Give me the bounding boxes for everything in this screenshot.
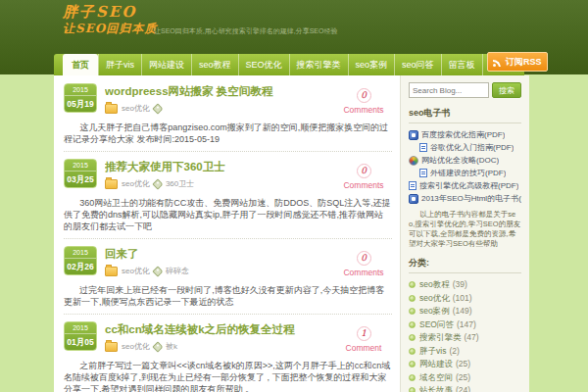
nav-item-webbuild[interactable]: 网站建设: [142, 54, 192, 75]
post: 2015 03月25 推荐大家使用下360卫士 seo优化 360卫士: [64, 159, 392, 239]
site-tagline: 让SEO回归本质,用心研究搜索引擎排名的规律,分享SEO经验: [154, 26, 337, 36]
category-item[interactable]: 站长故事 (24): [409, 384, 521, 392]
post-category-link[interactable]: seo优化: [122, 341, 150, 352]
category-item[interactable]: 域名空间 (25): [409, 371, 521, 385]
post-meta: seo优化 碎碎念: [105, 266, 335, 276]
post-title-link[interactable]: 回来了: [105, 247, 335, 262]
tag-icon: [152, 341, 163, 352]
category-label: seo教程: [419, 278, 450, 292]
category-item[interactable]: SEO问答 (147): [409, 318, 521, 332]
category-count: (25): [456, 358, 470, 371]
ebook-link: 谷歌优化入门指南(PDF): [430, 141, 514, 154]
search-widget: 搜索: [409, 82, 521, 98]
ebook-item[interactable]: 谷歌优化入门指南(PDF): [409, 141, 521, 154]
post-list: 2015 05月19 wordpreess网站搬家 换空间教程 seo优化: [54, 75, 400, 392]
document-icon: [419, 143, 427, 152]
nav-item-seo-qa[interactable]: seo问答: [395, 54, 442, 75]
bullet-icon: [409, 321, 416, 328]
comments-count: 0: [357, 88, 371, 103]
ebook-item[interactable]: 外链建设的技巧(PDF): [409, 167, 521, 179]
page: 胖子SEO 让SEO回归本质 让SEO回归本质,用心研究搜索引擎排名的规律,分享…: [0, 0, 588, 392]
category-item[interactable]: 网站建设 (25): [409, 358, 521, 371]
post-comments-link[interactable]: 0 Comments: [335, 159, 392, 190]
site-logo-line1: 胖子SEO: [63, 3, 157, 21]
categories-section-title: 分类:: [409, 257, 521, 273]
folder-icon: [105, 179, 118, 189]
post-year: 2015: [65, 160, 96, 172]
category-item[interactable]: seo优化 (101): [409, 292, 521, 306]
category-label: 域名空间: [419, 371, 453, 385]
bullet-icon: [409, 374, 416, 381]
rss-subscribe-button[interactable]: 订阅RSS: [487, 52, 548, 72]
category-count: (47): [465, 331, 479, 345]
site-logo[interactable]: 胖子SEO 让SEO回归本质: [63, 3, 157, 35]
category-item[interactable]: seo案例 (149): [409, 305, 521, 318]
category-label: seo优化: [419, 292, 450, 306]
post-title-link[interactable]: 推荐大家使用下360卫士: [105, 160, 335, 174]
category-label: seo案例: [419, 305, 450, 318]
post-meta: seo优化 被k: [105, 341, 335, 352]
nav-item-vis[interactable]: 胖子vis: [98, 54, 142, 75]
ebook-item[interactable]: 百度搜索优化指南(PDF): [409, 128, 521, 141]
post-comments-link[interactable]: 0 Comments: [335, 83, 392, 115]
post-category-link[interactable]: seo优化: [122, 103, 150, 114]
ebooks-note: 以上的电子书内容都是关于seo,搜索引擎优化的,学习SEO的朋友可以下载,全部都…: [409, 210, 521, 249]
ebook-item[interactable]: 搜索引擎优化高级教程(PDF): [409, 179, 521, 192]
nav-item-home[interactable]: 首页: [63, 54, 98, 75]
nav-item-seo-optimize[interactable]: SEO优化: [239, 54, 290, 75]
main-nav: 首页 胖子vis 网站建设 seo教程 SEO优化 搜索引擎类 seo案例 se…: [54, 54, 524, 75]
comments-count: 0: [357, 164, 371, 178]
comments-count: 0: [357, 251, 371, 266]
bullet-icon: [409, 308, 416, 315]
app-icon: [409, 130, 418, 140]
post-title-link[interactable]: cc和cn域名连续被k之后的恢复全过程: [105, 322, 335, 337]
search-input[interactable]: [409, 82, 489, 98]
post-date-badge: 2015 01月05: [64, 321, 97, 351]
ebook-item[interactable]: 网站优化全攻略(DOC): [409, 154, 521, 167]
category-count: (2): [449, 345, 459, 359]
post-day: 03月25: [65, 172, 96, 187]
comments-count: 1: [357, 326, 371, 341]
folder-icon: [105, 104, 118, 114]
category-count: (101): [453, 292, 472, 306]
rss-icon: [493, 57, 503, 67]
comments-label: Comments: [335, 105, 392, 115]
category-count: (25): [456, 371, 470, 385]
category-item[interactable]: 胖子vis (2): [409, 345, 521, 359]
post-title-link[interactable]: wordpreess网站搬家 换空间教程: [105, 84, 335, 99]
nav-item-seo-tutorial[interactable]: seo教程: [192, 54, 239, 75]
category-label: 搜索引擎类: [419, 331, 462, 345]
category-item[interactable]: seo教程 (39): [409, 278, 521, 292]
post-meta: seo优化 360卫士: [105, 178, 335, 189]
category-label: 站长故事: [419, 384, 453, 392]
document-icon: [409, 181, 416, 190]
ebook-item[interactable]: 2013年SEO与Html的电子书(DOC): [409, 192, 521, 205]
nav-item-search-engine[interactable]: 搜索引擎类: [290, 54, 349, 75]
post: 2015 05月19 wordpreess网站搬家 换空间教程 seo优化: [64, 83, 392, 152]
post-comments-link[interactable]: 0 Comments: [335, 246, 392, 277]
post-category-link[interactable]: seo优化: [122, 178, 150, 189]
ebook-link: 外链建设的技巧(PDF): [430, 167, 506, 179]
content-area: 2015 05月19 wordpreess网站搬家 换空间教程 seo优化: [54, 75, 529, 392]
post-tag-link[interactable]: 碎碎念: [166, 266, 189, 276]
post: 2015 01月05 cc和cn域名连续被k之后的恢复全过程 seo优化 被k: [64, 321, 392, 392]
post-excerpt: 过完年回来上班已经有一段时间了,博客也好久没有更新内容了,今天抽空把博客更新一下…: [64, 284, 392, 308]
post-tag-link[interactable]: 被k: [166, 341, 177, 352]
nav-item-guestbook[interactable]: 留言板: [442, 54, 483, 75]
post: 2015 02月26 回来了 seo优化 碎碎念 0: [64, 246, 392, 315]
post-day: 05月19: [65, 96, 96, 112]
nav-item-seo-case[interactable]: seo案例: [349, 54, 396, 75]
site-logo-line2: 让SEO回归本质: [63, 22, 157, 35]
tag-icon: [152, 178, 163, 189]
post-category-link[interactable]: seo优化: [122, 266, 150, 276]
post-comments-link[interactable]: 1 Comment: [335, 321, 392, 353]
post-excerpt: 360网站卫士的功能有防CC攻击、免费网站加速、防DDOS、防SQL注入等,还提…: [64, 197, 392, 232]
post-year: 2015: [65, 322, 96, 334]
post-tag-link[interactable]: 360卫士: [166, 178, 194, 189]
search-button[interactable]: 搜索: [492, 82, 521, 98]
bullet-icon: [409, 281, 416, 288]
bullet-icon: [409, 295, 416, 302]
category-item[interactable]: 搜索引擎类 (47): [409, 331, 521, 345]
category-count: (39): [453, 278, 467, 292]
post-meta: seo优化: [105, 103, 335, 114]
